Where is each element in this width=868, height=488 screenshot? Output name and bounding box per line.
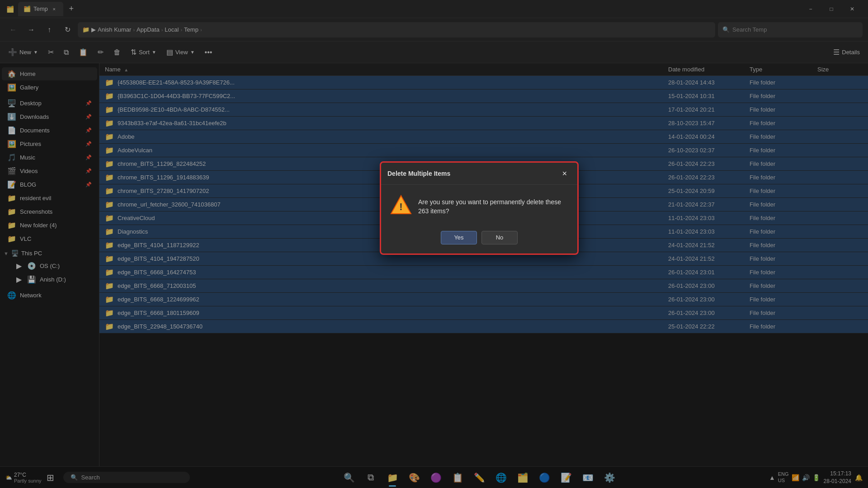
- dialog-yes-button[interactable]: Yes: [441, 231, 477, 244]
- dialog-buttons: Yes No: [381, 231, 577, 253]
- dialog-title: Delete Multiple Items: [387, 170, 450, 177]
- dialog-title-bar: Delete Multiple Items ✕: [381, 163, 577, 185]
- dialog-close-button[interactable]: ✕: [558, 167, 571, 180]
- dialog-no-button[interactable]: No: [481, 231, 518, 244]
- delete-dialog: Delete Multiple Items ✕ ! Are you sure y…: [380, 161, 579, 255]
- svg-text:!: !: [399, 201, 402, 212]
- modal-overlay: Delete Multiple Items ✕ ! Are you sure y…: [0, 0, 868, 488]
- dialog-message: Are you sure you want to permanently del…: [418, 198, 568, 216]
- dialog-warning-icon: !: [390, 194, 412, 220]
- dialog-body: ! Are you sure you want to permanently d…: [381, 185, 577, 231]
